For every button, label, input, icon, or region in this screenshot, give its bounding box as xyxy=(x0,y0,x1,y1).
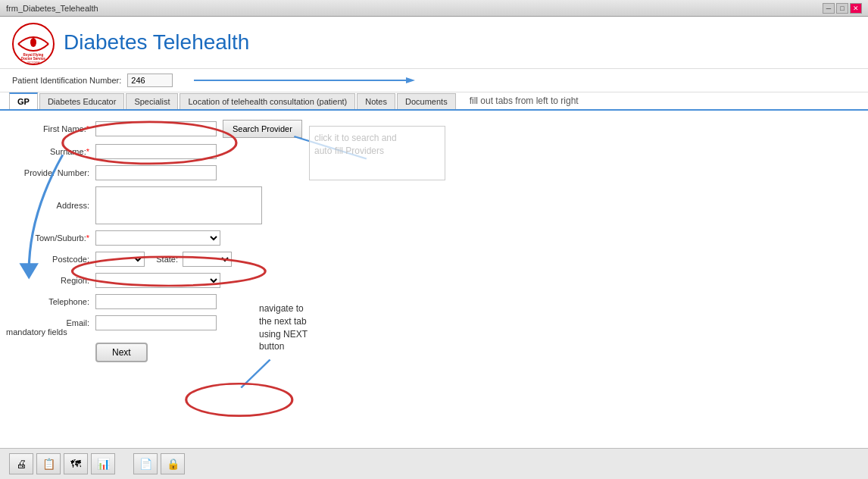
svg-text:Doctor Service: Doctor Service xyxy=(21,57,45,61)
town-row: Town/Suburb: xyxy=(12,230,315,246)
region-select[interactable] xyxy=(95,273,220,288)
tab-notes[interactable]: Notes xyxy=(357,93,395,109)
search-annotation-box xyxy=(309,126,445,180)
address-input[interactable] xyxy=(95,186,262,224)
next-button[interactable]: Next xyxy=(95,343,148,362)
mandatory-fields-annotation: mandatory fields xyxy=(6,327,67,338)
page-title: Diabetes Telehealth xyxy=(64,30,249,55)
close-button[interactable]: ✕ xyxy=(850,3,862,14)
toolbar-print-button[interactable]: 🖨 xyxy=(9,453,33,474)
town-select[interactable] xyxy=(95,230,220,246)
provider-number-label: Provider Number: xyxy=(12,168,95,177)
surname-label: Surname: xyxy=(12,147,95,156)
postcode-label: Postcode: xyxy=(12,255,95,264)
header: Royal Flying Doctor Service VICTORIA Dia… xyxy=(0,17,868,69)
tab-gp[interactable]: GP xyxy=(9,92,38,109)
tab-location[interactable]: Location of telehealth consultation (pat… xyxy=(180,93,355,109)
progress-indicator xyxy=(194,74,421,86)
svg-marker-7 xyxy=(406,77,415,83)
toolbar-map-button[interactable]: 🗺 xyxy=(64,453,88,474)
patient-row: Patient Identification Number: xyxy=(0,69,868,92)
town-label: Town/Suburb: xyxy=(12,233,95,243)
postcode-select[interactable] xyxy=(95,252,145,267)
progress-arrow-svg xyxy=(194,74,421,86)
logo-svg: Royal Flying Doctor Service VICTORIA xyxy=(12,23,55,65)
toolbar-lock-button[interactable]: 🔒 xyxy=(161,453,185,474)
minimize-button[interactable]: ─ xyxy=(823,3,835,14)
tab-specialist[interactable]: Specialist xyxy=(126,93,178,109)
next-annotation-text: navigate tothe next tabusing NEXTbutton xyxy=(259,302,308,353)
rfds-logo: Royal Flying Doctor Service VICTORIA xyxy=(12,23,52,62)
title-bar: frm_Diabetes_Telehealth ─ □ ✕ xyxy=(0,0,868,17)
region-row: Region: xyxy=(12,273,315,288)
bottom-toolbar: 🖨 📋 🗺 📊 📄 🔒 xyxy=(0,448,868,479)
tab-instruction: fill out tabs from left to right xyxy=(457,95,591,109)
form-section: First Name: Search Provider Surname: Pro… xyxy=(12,120,315,439)
title-bar-text: frm_Diabetes_Telehealth xyxy=(6,4,823,13)
main-window: Royal Flying Doctor Service VICTORIA Dia… xyxy=(0,17,868,479)
surname-row: Surname: xyxy=(12,144,315,159)
provider-number-row: Provider Number: xyxy=(12,165,315,180)
first-name-label: First Name: xyxy=(12,124,95,133)
content-area: First Name: Search Provider Surname: Pro… xyxy=(0,111,868,448)
logo-area: Royal Flying Doctor Service VICTORIA xyxy=(12,23,52,62)
state-label: State: xyxy=(145,255,183,264)
email-input[interactable] xyxy=(95,315,217,330)
postcode-state-row: Postcode: State: xyxy=(12,252,315,267)
state-select[interactable] xyxy=(183,252,232,267)
patient-id-label: Patient Identification Number: xyxy=(12,76,121,85)
first-name-row: First Name: Search Provider xyxy=(12,120,315,138)
tabs-area: GP Diabetes Educator Specialist Location… xyxy=(0,92,868,111)
toolbar-chart-button[interactable]: 📊 xyxy=(91,453,115,474)
tab-diabetes-educator[interactable]: Diabetes Educator xyxy=(39,93,125,109)
address-row: Address: xyxy=(12,186,315,224)
svg-text:VICTORIA: VICTORIA xyxy=(27,61,40,64)
tab-documents[interactable]: Documents xyxy=(397,93,456,109)
provider-number-input[interactable] xyxy=(95,165,217,180)
address-label: Address: xyxy=(12,201,95,210)
toolbar-doc-button[interactable]: 📄 xyxy=(133,453,158,474)
telephone-label: Telephone: xyxy=(12,297,95,306)
maximize-button[interactable]: □ xyxy=(836,3,848,14)
first-name-input[interactable] xyxy=(95,121,217,136)
toolbar-copy-button[interactable]: 📋 xyxy=(36,453,61,474)
surname-input[interactable] xyxy=(95,144,217,159)
title-bar-buttons: ─ □ ✕ xyxy=(823,3,862,14)
search-provider-button[interactable]: Search Provider xyxy=(223,120,302,138)
region-label: Region: xyxy=(12,276,95,285)
telephone-input[interactable] xyxy=(95,294,217,309)
patient-id-input[interactable] xyxy=(127,74,173,87)
